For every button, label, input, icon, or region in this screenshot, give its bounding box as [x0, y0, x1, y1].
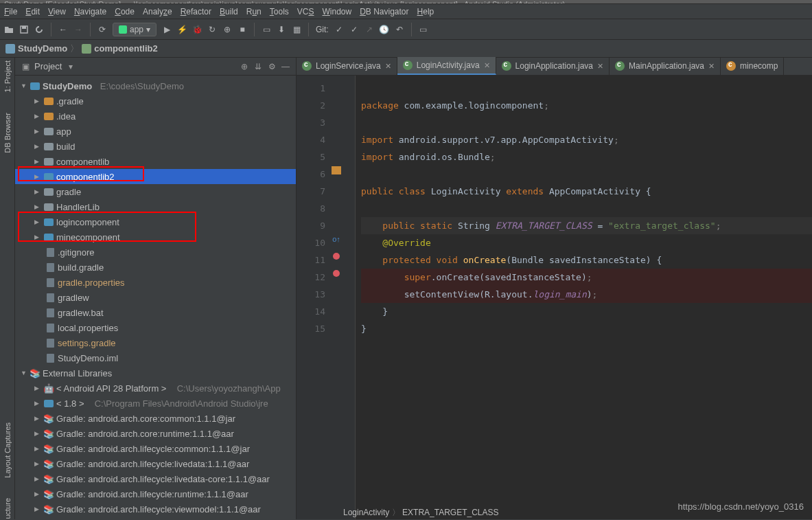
menu-help[interactable]: Help: [417, 7, 434, 16]
tab-mainapplication[interactable]: MainApplication.java✕: [610, 57, 721, 75]
tree-item[interactable]: ▶📚Gradle: android.arch.lifecycle:livedat…: [15, 471, 296, 486]
toolwindow-structure[interactable]: ucture: [3, 498, 12, 519]
tree-item[interactable]: ▶.idea: [15, 109, 296, 124]
git-push-icon[interactable]: ↗: [364, 25, 374, 34]
tree-root[interactable]: ▼ StudyDemo E:\codes\StudyDemo: [15, 78, 296, 93]
menu-analyze[interactable]: Analyze: [143, 7, 172, 16]
stop-icon[interactable]: ■: [237, 25, 247, 34]
menu-edit[interactable]: Edit: [25, 7, 40, 16]
git-revert-icon[interactable]: ↶: [395, 25, 404, 34]
tree-item[interactable]: build.gradle: [15, 260, 296, 275]
tree-item[interactable]: ▶.gradle: [15, 93, 296, 109]
search-everywhere-icon[interactable]: ▭: [419, 25, 428, 34]
open-icon[interactable]: [4, 25, 14, 34]
java-class-icon: [615, 61, 625, 71]
tree-item[interactable]: ▶📚Gradle: android.arch.lifecycle:viewmod…: [15, 501, 296, 517]
menu-code[interactable]: Code: [115, 7, 135, 16]
tree-item[interactable]: StudyDemo.iml: [15, 350, 296, 365]
breadcrumb-item[interactable]: componentlib2: [94, 43, 157, 54]
refresh-icon[interactable]: [34, 25, 44, 34]
undo-icon[interactable]: ←: [58, 25, 68, 34]
menu-navigate[interactable]: Navigate: [74, 7, 106, 16]
close-icon[interactable]: ✕: [597, 62, 603, 71]
tree-external-libs[interactable]: ▼📚External Libraries: [15, 365, 296, 381]
tab-loginservice[interactable]: LoginService.java✕: [297, 57, 397, 75]
collapse-icon[interactable]: ⇊: [253, 62, 263, 71]
run-config-label: app: [130, 25, 143, 34]
menu-db-navigator[interactable]: DB Navigator: [360, 7, 408, 16]
tree-item[interactable]: ▶📚Gradle: android.arch.lifecycle:livedat…: [15, 456, 296, 471]
redo-icon[interactable]: →: [73, 25, 83, 34]
target-icon[interactable]: ⊕: [240, 62, 249, 71]
tree-item[interactable]: ▶< 1.8 > C:\Program Files\Android\Androi…: [15, 396, 296, 411]
menu-file[interactable]: File: [4, 7, 17, 16]
tree-item[interactable]: ▶build: [15, 139, 296, 154]
tree-item-selected[interactable]: ▶componentlib2: [15, 169, 296, 184]
menu-build[interactable]: Build: [220, 7, 238, 16]
tree-item[interactable]: ▶📚Gradle: android.arch.lifecycle:runtime…: [15, 486, 296, 501]
tree-item[interactable]: ▶📚Gradle: android.arch.core:runtime:1.1.…: [15, 426, 296, 441]
tree-item[interactable]: ▶app: [15, 124, 296, 139]
tree-item[interactable]: gradlew.bat: [15, 305, 296, 320]
tree-item[interactable]: ▶📚Gradle: android.arch.lifecycle:common:…: [15, 441, 296, 456]
java-class-icon: [302, 61, 312, 71]
toolwindow-project[interactable]: 1: Project: [3, 60, 12, 92]
run-icon[interactable]: ▶: [162, 25, 172, 34]
tree-root-label: StudyDemo: [43, 81, 92, 91]
tree-item[interactable]: ▶minecomponent: [15, 229, 296, 245]
tree-item[interactable]: ▶gradle: [15, 184, 296, 199]
git-history-icon[interactable]: 🕓: [380, 25, 389, 34]
chevron-down-icon[interactable]: ▾: [66, 62, 76, 71]
tab-loginapplication[interactable]: LoginApplication.java✕: [496, 57, 610, 75]
class-icon[interactable]: [332, 166, 341, 174]
avd-icon[interactable]: ▭: [262, 25, 271, 34]
apply-changes-icon[interactable]: ⚡: [177, 25, 187, 34]
attach-icon[interactable]: ⊕: [222, 25, 232, 34]
tree-item[interactable]: gradle.properties: [15, 275, 296, 290]
tree-item[interactable]: ▶componentlib: [15, 154, 296, 169]
tree-item[interactable]: ▶🤖< Android API 28 Platform > C:\Users\y…: [15, 381, 296, 396]
menu-window[interactable]: Window: [322, 7, 351, 16]
menu-vcs[interactable]: VCS: [297, 7, 314, 16]
debug-icon[interactable]: 🐞: [192, 25, 202, 34]
toolwindow-layout-captures[interactable]: Layout Captures: [3, 422, 12, 478]
menu-refactor[interactable]: Refactor: [181, 7, 211, 16]
save-icon[interactable]: [19, 25, 29, 34]
tree-item[interactable]: .gitignore: [15, 245, 296, 260]
java-class-icon: [502, 61, 511, 71]
panel-title: Project: [34, 61, 62, 71]
git-update-icon[interactable]: ✓: [334, 25, 344, 34]
run-config-selector[interactable]: app ▾: [113, 23, 156, 36]
gear-icon[interactable]: ⚙: [267, 62, 277, 71]
toolwindow-db-browser[interactable]: DB Browser: [3, 113, 12, 153]
breakpoint-icon[interactable]: [333, 270, 340, 277]
menu-view[interactable]: View: [48, 7, 66, 16]
tab-minecomp[interactable]: minecomp: [721, 57, 784, 75]
layout-icon[interactable]: ▦: [292, 25, 301, 34]
profile-icon[interactable]: ↻: [207, 25, 217, 34]
tab-loginactivity[interactable]: LoginActivity.java✕: [397, 57, 496, 75]
close-icon[interactable]: ✕: [484, 61, 490, 70]
sdk-icon[interactable]: ⬇: [277, 25, 286, 34]
close-icon[interactable]: ✕: [708, 62, 715, 71]
tree-item[interactable]: ▶📚Gradle: android.arch.core:common:1.1.1…: [15, 411, 296, 426]
tree-item[interactable]: local.properties: [15, 320, 296, 335]
breakpoint-icon[interactable]: [333, 253, 340, 260]
menu-tools[interactable]: Tools: [270, 7, 289, 16]
minimize-icon[interactable]: —: [281, 62, 290, 71]
tree-item[interactable]: ▶HandlerLib: [15, 199, 296, 214]
tree-item[interactable]: ▶logincomponent: [15, 214, 296, 229]
breadcrumb-root[interactable]: StudyDemo: [18, 43, 67, 54]
breadcrumb: StudyDemo 〉 componentlib2: [0, 40, 812, 58]
tree-item[interactable]: settings.gradle: [15, 335, 296, 350]
close-icon[interactable]: ✕: [385, 62, 391, 71]
gutter-marks: o↑: [329, 76, 343, 519]
tree-item[interactable]: gradlew: [15, 290, 296, 305]
menu-run[interactable]: Run: [246, 7, 262, 16]
project-tree[interactable]: ▼ StudyDemo E:\codes\StudyDemo ▶.gradle …: [15, 76, 296, 519]
code-content[interactable]: package com.example.logincomponent; impo…: [356, 76, 812, 519]
sync-icon[interactable]: ⟳: [97, 25, 107, 34]
code-editor[interactable]: 123 456 789 101112 131415 o↑ package com…: [297, 76, 812, 519]
override-icon[interactable]: o↑: [332, 235, 340, 243]
git-commit-icon[interactable]: ✓: [349, 25, 359, 34]
